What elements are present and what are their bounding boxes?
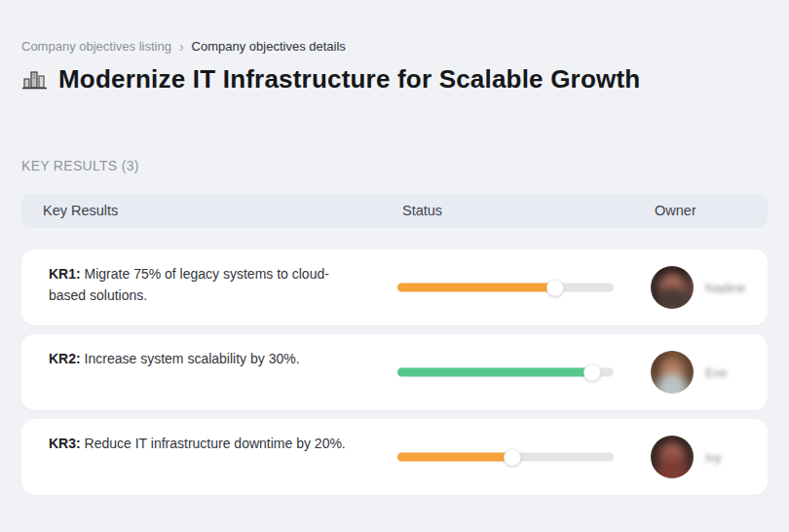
progress-fill: [397, 453, 512, 462]
key-result-text: Migrate 75% of legacy systems to cloud-b…: [49, 266, 329, 303]
owner-name: Nadine: [705, 281, 745, 295]
breadcrumb-link-listing[interactable]: Company objectives listing: [21, 39, 171, 54]
buildings-icon: [21, 67, 48, 92]
column-header-owner: Owner: [631, 203, 768, 218]
breadcrumb: Company objectives listing › Company obj…: [21, 39, 346, 54]
chevron-right-icon: ›: [179, 40, 184, 54]
key-result-text: Reduce IT infrastructure downtime by 20%…: [85, 436, 346, 451]
owner-avatar: [651, 266, 694, 309]
progress-fill: [397, 284, 555, 292]
key-result-description: KR1: Migrate 75% of legacy systems to cl…: [21, 249, 372, 306]
status-cell: [397, 249, 631, 325]
key-result-id: KR1:: [49, 266, 85, 282]
column-header-key-results: Key Results: [21, 203, 397, 218]
progress-slider[interactable]: [397, 284, 614, 292]
key-result-text: Increase system scalability by 30%.: [85, 351, 300, 366]
key-results-list: KR1: Migrate 75% of legacy systems to cl…: [21, 249, 768, 504]
breadcrumb-current-details: Company objectives details: [192, 39, 346, 54]
owner-name: Eve: [705, 365, 727, 380]
owner-name: Ivy: [705, 450, 722, 465]
key-result-description: KR2: Increase system scalability by 30%.: [21, 334, 372, 370]
page-title: Modernize IT Infrastructure for Scalable…: [58, 64, 640, 95]
progress-fill: [397, 368, 592, 377]
key-result-row[interactable]: KR3: Reduce IT infrastructure downtime b…: [21, 419, 768, 495]
key-results-count-label: KEY RESULTS (3): [21, 158, 139, 173]
key-result-row[interactable]: KR1: Migrate 75% of legacy systems to cl…: [21, 249, 768, 325]
progress-slider[interactable]: [397, 368, 614, 377]
company-objective-details-page: Company objectives listing › Company obj…: [0, 0, 789, 532]
key-result-id: KR2:: [49, 351, 85, 366]
key-result-description: KR3: Reduce IT infrastructure downtime b…: [21, 419, 372, 455]
progress-thumb[interactable]: [504, 448, 521, 466]
owner-avatar: [651, 436, 694, 478]
key-result-row[interactable]: KR2: Increase system scalability by 30%.…: [21, 334, 768, 410]
status-cell: [397, 419, 631, 495]
owner-cell: Eve: [631, 351, 768, 394]
progress-slider[interactable]: [397, 453, 614, 462]
key-result-id: KR3:: [49, 436, 85, 451]
status-cell: [397, 334, 631, 410]
title-row: Modernize IT Infrastructure for Scalable…: [21, 64, 768, 95]
owner-cell: Nadine: [631, 266, 768, 309]
owner-cell: Ivy: [631, 436, 768, 478]
progress-thumb[interactable]: [583, 363, 601, 381]
owner-avatar: [651, 351, 694, 394]
column-header-status: Status: [397, 203, 631, 218]
table-header-row: Key Results Status Owner: [21, 193, 768, 228]
progress-thumb[interactable]: [546, 279, 564, 296]
